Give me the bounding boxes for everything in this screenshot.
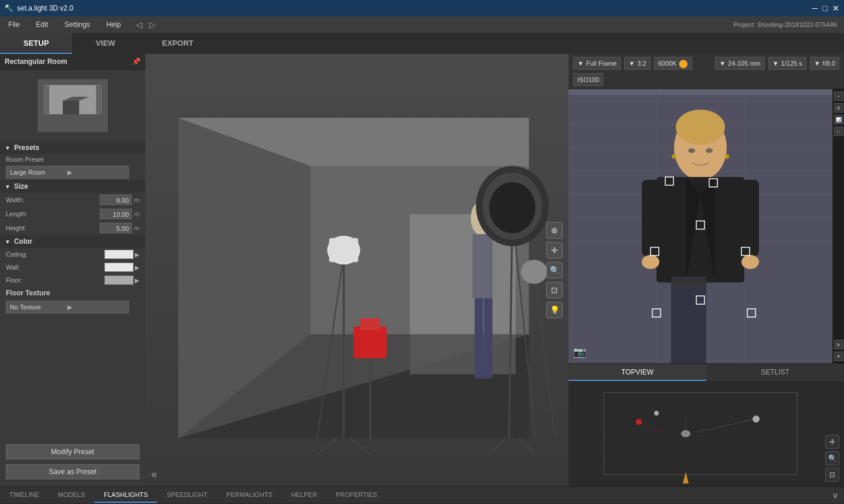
kelvin-dropdown[interactable]: 6000K ⬤ bbox=[654, 57, 693, 70]
aperture-dropdown[interactable]: ▼ f/8.0 bbox=[810, 57, 839, 70]
main-content: Rectangular Room 📌 bbox=[0, 54, 844, 486]
floor-swatch bbox=[104, 275, 134, 285]
tab-speedlight[interactable]: SPEEDLIGHT bbox=[157, 487, 217, 503]
wall-swatch bbox=[104, 263, 134, 272]
ceiling-color-row: Ceiling: ▶ bbox=[0, 248, 145, 261]
save-preset-button[interactable]: Save as Preset bbox=[6, 464, 139, 479]
topview-fit-button[interactable]: ⊡ bbox=[825, 468, 839, 482]
topview-svg bbox=[569, 381, 832, 486]
ceiling-color-picker[interactable]: ▶ bbox=[104, 250, 139, 259]
pin-icon[interactable]: 📌 bbox=[132, 57, 141, 66]
menu-help[interactable]: Help bbox=[98, 18, 129, 31]
svg-point-25 bbox=[489, 182, 536, 233]
svg-rect-16 bbox=[484, 298, 493, 379]
photo-grid-icon[interactable]: ⊞ bbox=[834, 103, 843, 113]
photo-right-sidebar: + ⊞ 📊 □ ⊕ ▼ bbox=[832, 89, 844, 363]
floor-color-picker[interactable]: ▶ bbox=[104, 275, 139, 285]
view-tabs: TOPVIEW SETLIST bbox=[569, 363, 844, 381]
photo-compass-icon[interactable]: ⊕ bbox=[834, 340, 843, 349]
collapse-bottom-button[interactable]: ∨ bbox=[826, 491, 844, 500]
undo-redo-group: ◁ ▷ bbox=[129, 19, 163, 30]
tab-permalights[interactable]: PERMALIGHTS bbox=[217, 487, 282, 503]
tab-properties[interactable]: PROPERTIES bbox=[326, 487, 387, 503]
photo-frame-icon[interactable]: □ bbox=[834, 127, 843, 136]
tab-view[interactable]: VIEW bbox=[72, 33, 138, 54]
tab-timeline[interactable]: TIMELINE bbox=[0, 487, 49, 503]
presets-section-header[interactable]: ▼ Presets bbox=[0, 141, 145, 154]
move-button[interactable]: ✛ bbox=[546, 242, 563, 258]
svg-point-59 bbox=[672, 154, 676, 159]
length-input[interactable]: 10.00 bbox=[100, 209, 132, 219]
ratio-dropdown[interactable]: ▼ 3:2 bbox=[624, 57, 650, 70]
ceiling-label: Ceiling: bbox=[6, 251, 35, 258]
room-preset-row: Room Preset bbox=[0, 154, 145, 165]
bottom-tabs: TIMELINE MODELS FLASHLIGHTS SPEEDLIGHT P… bbox=[0, 486, 844, 503]
frame-dropdown[interactable]: ▼ Full Frame bbox=[573, 57, 621, 70]
height-input[interactable]: 5.00 bbox=[100, 223, 132, 233]
camera-preview-icon[interactable]: 📷 bbox=[573, 346, 586, 359]
maximize-button[interactable]: □ bbox=[823, 4, 828, 13]
svg-rect-14 bbox=[472, 234, 492, 298]
svg-point-56 bbox=[741, 255, 759, 269]
presets-arrow-icon: ▼ bbox=[5, 145, 11, 151]
redo-button[interactable]: ▷ bbox=[147, 19, 158, 30]
svg-rect-52 bbox=[671, 277, 706, 285]
length-row: Length: 10.00 m bbox=[0, 207, 145, 221]
setlist-tab[interactable]: SETLIST bbox=[706, 364, 844, 381]
menu-file[interactable]: File bbox=[0, 18, 28, 31]
height-label: Height: bbox=[6, 224, 26, 231]
topview-plus-button[interactable]: ✛ bbox=[825, 435, 839, 449]
topview-tab[interactable]: TOPVIEW bbox=[569, 364, 706, 381]
tab-export[interactable]: EXPORT bbox=[139, 33, 217, 54]
tab-helper[interactable]: HELPER bbox=[282, 487, 326, 503]
photo-down-icon[interactable]: ▼ bbox=[834, 352, 843, 361]
svg-point-55 bbox=[642, 255, 659, 269]
close-button[interactable]: ✕ bbox=[832, 4, 839, 13]
svg-rect-15 bbox=[475, 298, 484, 379]
svg-line-32 bbox=[350, 438, 370, 454]
lens-dropdown[interactable]: ▼ 24-105 mm bbox=[715, 57, 765, 70]
bottom-area: TIMELINE MODELS FLASHLIGHTS SPEEDLIGHT P… bbox=[0, 486, 844, 504]
minimize-button[interactable]: ─ bbox=[812, 4, 818, 13]
scene-bottom-controls: « bbox=[151, 468, 157, 481]
color-section-header[interactable]: ▼ Color bbox=[0, 235, 145, 248]
floor-color-row: Floor: ▶ bbox=[0, 274, 145, 287]
width-input[interactable]: 8.00 bbox=[100, 195, 132, 205]
size-section-header[interactable]: ▼ Size bbox=[0, 180, 145, 193]
floor-texture-label: Floor Texture bbox=[0, 287, 145, 299]
length-label: Length: bbox=[6, 210, 28, 217]
room-preset-dropdown[interactable]: Large Room ▶ bbox=[6, 166, 129, 179]
svg-rect-27 bbox=[353, 326, 386, 359]
topview-zoom-button[interactable]: 🔍 bbox=[825, 451, 839, 465]
modify-preset-button[interactable]: Modify Preset bbox=[6, 444, 139, 459]
shutter-dropdown[interactable]: ▼ 1/125 s bbox=[768, 57, 806, 70]
svg-rect-54 bbox=[741, 180, 759, 256]
kelvin-label: 6000K bbox=[658, 60, 677, 67]
back-arrow-icon[interactable]: « bbox=[151, 468, 157, 480]
tab-models[interactable]: MODELS bbox=[49, 487, 94, 503]
menu-edit[interactable]: Edit bbox=[28, 18, 56, 31]
iso-dropdown[interactable]: ISO100 bbox=[573, 73, 603, 86]
compass-button[interactable]: ⊕ bbox=[546, 222, 563, 239]
menu-settings[interactable]: Settings bbox=[56, 18, 98, 31]
height-row: Height: 5.00 m bbox=[0, 221, 145, 235]
photo-histogram-icon[interactable]: 📊 bbox=[834, 115, 843, 124]
svg-rect-51 bbox=[671, 282, 706, 363]
undo-button[interactable]: ◁ bbox=[134, 19, 145, 30]
tab-flashlights[interactable]: FLASHLIGHTS bbox=[94, 487, 157, 503]
frame-dropdown-arrow: ▼ bbox=[577, 60, 584, 67]
titlebar: 🔦 set.a.light 3D v2.0 ─ □ ✕ bbox=[0, 0, 844, 16]
svg-rect-48 bbox=[656, 177, 744, 282]
zoom-button[interactable]: 🔍 bbox=[546, 262, 563, 278]
width-row: Width: 8.00 m bbox=[0, 193, 145, 207]
width-unit: m bbox=[134, 196, 139, 203]
floor-texture-dropdown[interactable]: No Texture ▶ bbox=[6, 301, 129, 314]
light-hint-button[interactable]: 💡 bbox=[546, 302, 563, 318]
right-panel: ▼ Full Frame ▼ 3:2 6000K ⬤ ▼ 24-105 mm bbox=[569, 54, 844, 486]
scene-svg bbox=[145, 54, 569, 486]
photo-zoom-icon[interactable]: + bbox=[834, 91, 843, 101]
width-label: Width: bbox=[6, 196, 24, 203]
wall-color-picker[interactable]: ▶ bbox=[104, 263, 139, 272]
tab-setup[interactable]: SETUP bbox=[0, 33, 72, 54]
frame-button[interactable]: ⊡ bbox=[546, 282, 563, 298]
